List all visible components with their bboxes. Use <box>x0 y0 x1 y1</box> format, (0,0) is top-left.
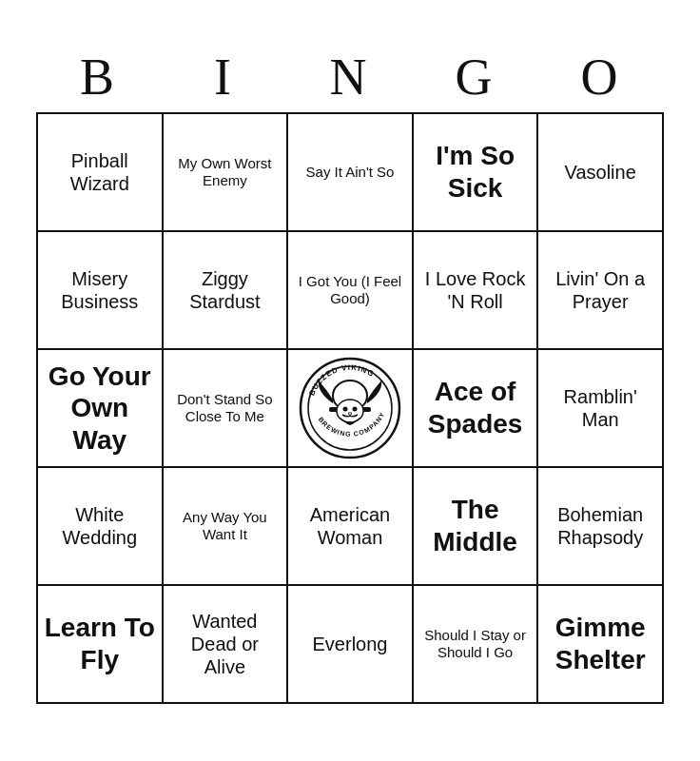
cell-text: The Middle <box>419 494 532 557</box>
svg-point-5 <box>342 407 347 412</box>
cell-text: Learn To Fly <box>44 612 156 675</box>
cell-text: Everlong <box>313 633 388 655</box>
header-letter: I <box>163 48 286 107</box>
cell-text: Livin' On a Prayer <box>544 267 656 313</box>
cell-text: Wanted Dead or Alive <box>169 610 282 678</box>
bingo-card: BINGO Pinball WizardMy Own Worst EnemySa… <box>17 38 683 723</box>
bingo-cell: Everlong <box>288 586 414 704</box>
bingo-cell: Bohemian Rhapsody <box>538 468 664 586</box>
bingo-cell: Vasoline <box>538 114 664 232</box>
bingo-cell: The Middle <box>414 468 539 586</box>
cell-text: Should I Stay or Should I Go <box>419 627 532 661</box>
cell-text: Vasoline <box>565 161 636 184</box>
cell-text: Misery Business <box>44 267 156 313</box>
bingo-cell: Go Your Own Way <box>38 350 164 468</box>
bingo-cell: American Woman <box>288 468 414 586</box>
bingo-cell: Wanted Dead or Alive <box>164 586 289 704</box>
bingo-cell: I'm So Sick <box>414 114 539 232</box>
cell-text: Go Your Own Way <box>44 361 156 457</box>
bingo-cell: I Love Rock 'N Roll <box>414 232 539 350</box>
cell-text: My Own Worst Enemy <box>169 155 282 189</box>
bingo-cell: Gimme Shelter <box>538 586 664 704</box>
cell-text: Ziggy Stardust <box>169 267 282 313</box>
cell-text: I Love Rock 'N Roll <box>419 267 532 313</box>
bingo-cell: BUZZED VIKING BREWING COMPANY <box>288 350 414 468</box>
cell-text: Any Way You Want It <box>169 509 282 543</box>
header-letter: N <box>288 48 412 107</box>
bingo-grid: Pinball WizardMy Own Worst EnemySay It A… <box>36 112 664 704</box>
bingo-cell: Ziggy Stardust <box>164 232 289 350</box>
bingo-cell: Ace of Spades <box>414 350 539 468</box>
cell-text: Pinball Wizard <box>44 149 156 195</box>
svg-point-6 <box>352 407 357 412</box>
bingo-cell: My Own Worst Enemy <box>164 114 289 232</box>
free-space-logo: BUZZED VIKING BREWING COMPANY <box>298 356 402 460</box>
cell-text: Bohemian Rhapsody <box>544 503 656 549</box>
cell-text: Say It Ain't So <box>306 164 395 181</box>
cell-text: Don't Stand So Close To Me <box>169 391 282 425</box>
bingo-cell: Any Way You Want It <box>164 468 289 586</box>
bingo-cell: White Wedding <box>38 468 164 586</box>
cell-text: Ace of Spades <box>419 376 532 439</box>
svg-text:BUZZED VIKING: BUZZED VIKING <box>307 363 376 397</box>
bingo-cell: I Got You (I Feel Good) <box>288 232 414 350</box>
cell-text: American Woman <box>294 503 406 549</box>
bingo-header: BINGO <box>36 48 664 107</box>
cell-text: I Got You (I Feel Good) <box>294 273 406 307</box>
bingo-cell: Ramblin' Man <box>538 350 664 468</box>
header-letter: B <box>37 48 161 107</box>
cell-text: Ramblin' Man <box>544 385 656 431</box>
bingo-cell: Livin' On a Prayer <box>538 232 664 350</box>
cell-text: White Wedding <box>44 503 156 549</box>
header-letter: G <box>414 48 537 107</box>
bingo-cell: Learn To Fly <box>38 586 164 704</box>
cell-text: I'm So Sick <box>419 140 532 204</box>
bingo-cell: Misery Business <box>38 232 164 350</box>
bingo-cell: Say It Ain't So <box>288 114 414 232</box>
header-letter: O <box>539 48 663 107</box>
bingo-cell: Should I Stay or Should I Go <box>414 586 539 704</box>
cell-text: Gimme Shelter <box>544 612 656 675</box>
svg-point-4 <box>337 400 363 422</box>
bingo-cell: Pinball Wizard <box>38 114 164 232</box>
bingo-cell: Don't Stand So Close To Me <box>164 350 289 468</box>
